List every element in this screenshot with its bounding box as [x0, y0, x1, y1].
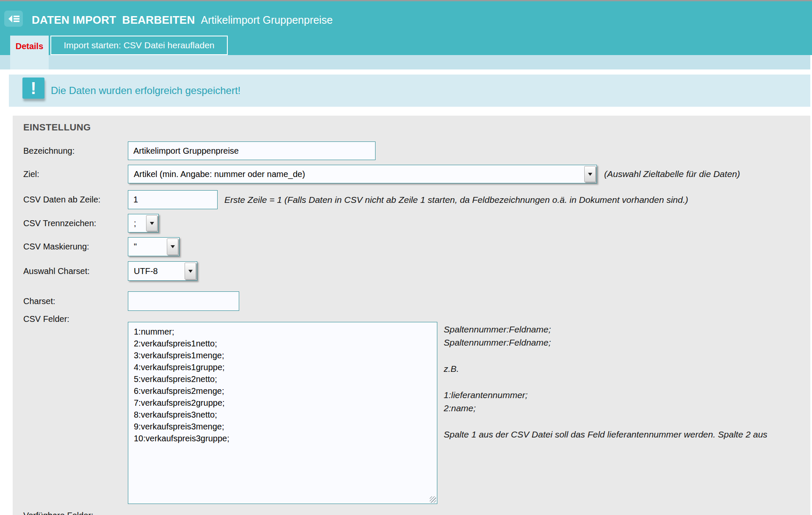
csv-maskierung-select-arrow-button[interactable] — [167, 238, 178, 255]
bezeichnung-label: Bezeichnung: — [23, 141, 123, 160]
auswahl-charset-label: Auswahl Charset: — [23, 261, 123, 281]
alert-exclamation-glyph: ! — [30, 79, 36, 98]
back-menu-icon — [8, 14, 19, 23]
page-title-secondary: BEARBEITEN — [122, 14, 195, 27]
csv-felder-textarea-wrap: 1:nummer; 2:verkaufspreis1netto; 3:verka… — [128, 322, 437, 504]
verfuegbare-felder-label: Verfügbare Felder: — [23, 511, 94, 515]
hint-line — [444, 349, 811, 362]
textarea-resize-handle[interactable] — [430, 496, 436, 503]
auswahl-charset-select[interactable]: UTF-8 — [128, 261, 197, 281]
tab-import-starten-label: Import starten: CSV Datei heraufladen — [64, 40, 214, 50]
hint-line: Spalte 1 aus der CSV Datei soll das Feld… — [444, 428, 811, 441]
charset-input[interactable] — [128, 291, 239, 311]
csv-felder-label: CSV Felder: — [23, 313, 123, 325]
ziel-select[interactable]: Artikel (min. Angabe: nummer oder name_d… — [128, 165, 597, 183]
csv-trennzeichen-select[interactable]: ; — [128, 214, 159, 233]
page-title-item: Artikelimport Gruppenpreise — [201, 14, 333, 26]
tab-import-starten[interactable]: Import starten: CSV Datei heraufladen — [50, 36, 228, 55]
csv-daten-ab-zeile-input[interactable] — [128, 190, 218, 209]
chevron-down-icon — [150, 222, 154, 225]
chevron-down-icon — [171, 245, 175, 248]
tab-details[interactable]: Details — [10, 36, 49, 69]
success-message: ! Die Daten wurden erfolgreich gespeiche… — [9, 75, 810, 107]
page-title: DATEN IMPORT BEARBEITEN Artikelimport Gr… — [32, 12, 333, 28]
ziel-select-arrow-button[interactable] — [584, 166, 596, 182]
hint-line: Spaltennummer:Feldname; — [444, 336, 811, 349]
csv-maskierung-select[interactable]: " — [128, 237, 180, 256]
hint-line: z.B. — [444, 362, 811, 375]
csv-trennzeichen-select-arrow-button[interactable] — [146, 215, 157, 231]
charset-label: Charset: — [23, 291, 123, 311]
csv-maskierung-select-value: " — [134, 238, 137, 256]
bezeichnung-input[interactable] — [128, 141, 376, 160]
csv-felder-hints: Spaltennummer:Feldname; Spaltennummer:Fe… — [444, 323, 811, 441]
sub-header-band — [0, 55, 810, 69]
hint-line — [444, 415, 811, 428]
tab-details-label: Details — [16, 42, 44, 51]
ziel-note: (Auswahl Zieltabelle für die Daten) — [604, 165, 740, 183]
hint-line: Spaltennummer:Feldname; — [444, 323, 811, 336]
chevron-down-icon — [188, 270, 193, 273]
hint-line: 2:name; — [444, 401, 811, 415]
alert-exclamation-icon: ! — [22, 78, 44, 99]
ziel-select-value: Artikel (min. Angabe: nummer oder name_d… — [134, 165, 305, 183]
csv-maskierung-label: CSV Maskierung: — [23, 237, 123, 256]
csv-daten-ab-zeile-label: CSV Daten ab Zeile: — [23, 190, 123, 209]
chevron-down-icon — [588, 173, 592, 176]
ziel-label: Ziel: — [23, 165, 123, 183]
hint-line — [444, 375, 811, 388]
csv-felder-textarea[interactable]: 1:nummer; 2:verkaufspreis1netto; 3:verka… — [128, 322, 437, 504]
success-message-text: Die Daten wurden erfolgreich gespeichert… — [51, 75, 240, 107]
csv-trennzeichen-label: CSV Trennzeichen: — [23, 214, 123, 233]
csv-trennzeichen-select-value: ; — [134, 214, 136, 232]
hint-line: 1:lieferantennummer; — [444, 388, 811, 401]
auswahl-charset-select-arrow-button[interactable] — [185, 263, 196, 280]
page-title-primary: DATEN IMPORT — [32, 14, 116, 27]
auswahl-charset-select-value: UTF-8 — [134, 262, 158, 280]
csv-daten-ab-zeile-note: Erste Zeile = 1 (Falls Daten in CSV nich… — [224, 190, 688, 209]
section-heading: EINSTELLUNG — [23, 122, 91, 133]
back-button[interactable] — [4, 11, 23, 27]
